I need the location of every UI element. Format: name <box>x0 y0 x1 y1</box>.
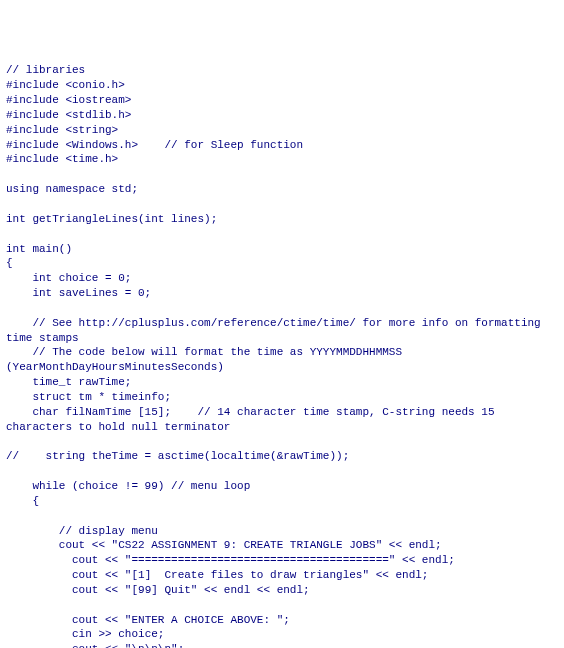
code-line <box>6 197 558 212</box>
code-line: while (choice != 99) // menu loop <box>6 479 558 494</box>
code-line: // display menu <box>6 524 558 539</box>
code-line: char filNamTime [15]; // 14 character ti… <box>6 405 558 435</box>
code-line <box>6 434 558 449</box>
code-line: using namespace std; <box>6 182 558 197</box>
code-line: int getTriangleLines(int lines); <box>6 212 558 227</box>
code-line: cout << "ENTER A CHOICE ABOVE: "; <box>6 613 558 628</box>
code-line <box>6 509 558 524</box>
code-line: int saveLines = 0; <box>6 286 558 301</box>
code-line: #include <conio.h> <box>6 78 558 93</box>
code-line: cin >> choice; <box>6 627 558 642</box>
code-line <box>6 167 558 182</box>
code-line: // The code below will format the time a… <box>6 345 558 375</box>
code-line: { <box>6 256 558 271</box>
code-line: // See http://cplusplus.com/reference/ct… <box>6 316 558 346</box>
code-line: cout << "[1] Create files to draw triang… <box>6 568 558 583</box>
code-line: #include <string> <box>6 123 558 138</box>
code-line: // string theTime = asctime(localtime(&r… <box>6 449 558 464</box>
code-line <box>6 598 558 613</box>
code-line <box>6 301 558 316</box>
code-line: #include <iostream> <box>6 93 558 108</box>
code-line: cout << "CS22 ASSIGNMENT 9: CREATE TRIAN… <box>6 538 558 553</box>
code-line: { <box>6 494 558 509</box>
code-line: #include <time.h> <box>6 152 558 167</box>
code-block: // libraries#include <conio.h>#include <… <box>6 63 558 648</box>
code-line: int choice = 0; <box>6 271 558 286</box>
code-line: cout << "\n\n\n"; <box>6 642 558 648</box>
code-line: time_t rawTime; <box>6 375 558 390</box>
code-line: #include <stdlib.h> <box>6 108 558 123</box>
code-line: int main() <box>6 242 558 257</box>
code-line: cout << "===============================… <box>6 553 558 568</box>
code-line <box>6 227 558 242</box>
code-line: #include <Windows.h> // for Sleep functi… <box>6 138 558 153</box>
code-line <box>6 464 558 479</box>
code-line: struct tm * timeinfo; <box>6 390 558 405</box>
code-line: // libraries <box>6 63 558 78</box>
code-line: cout << "[99] Quit" << endl << endl; <box>6 583 558 598</box>
